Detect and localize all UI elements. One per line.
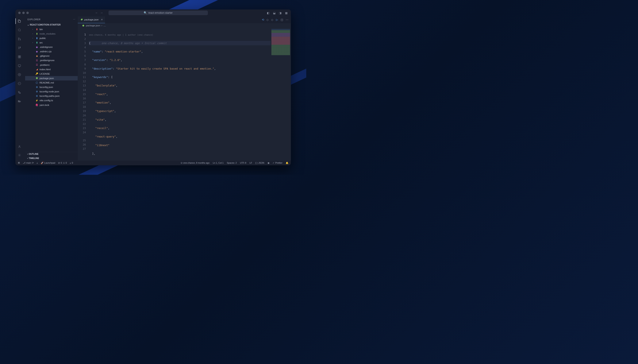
code-editor[interactable]: one-chance, 6 months ago | 1 author (one… xyxy=(89,28,270,160)
vite-icon: ⚡ xyxy=(36,99,38,102)
minimize-window-button[interactable] xyxy=(22,12,25,14)
activity-search[interactable] xyxy=(16,27,21,33)
nav-forward-button[interactable]: → xyxy=(100,11,103,14)
svg-point-21 xyxy=(19,155,20,156)
activity-run-debug[interactable] xyxy=(16,45,21,51)
tree-file-eslintrc[interactable]: ◉ .eslintrc.cjs xyxy=(25,49,78,54)
eslint-icon: ◉ xyxy=(36,46,38,48)
gitlens-compare-icon[interactable]: ◇ xyxy=(266,18,269,22)
close-window-button[interactable] xyxy=(18,12,21,14)
activity-remote[interactable] xyxy=(16,63,21,68)
tree-folder-public[interactable]: › ▮ public xyxy=(25,36,78,40)
gitlens-history-icon[interactable]: ◇ xyxy=(271,18,273,22)
tree-folder-bin[interactable]: › ▮ bin xyxy=(25,27,78,32)
activity-gitlens[interactable] xyxy=(16,72,21,78)
project-folder-header[interactable]: ⌄ REACT-EMOTION-STARTER xyxy=(25,23,78,27)
status-graph[interactable]: ⏚ xyxy=(37,162,38,164)
timeline-section[interactable]: › TIMELINE xyxy=(25,156,78,160)
status-blame[interactable]: ⊙ one-chance, 8 months ago xyxy=(181,162,210,164)
status-remote[interactable]: ⌘ xyxy=(18,162,20,164)
activity-explorer[interactable] xyxy=(16,18,21,24)
tree-file-license[interactable]: 🔑 LICENSE xyxy=(25,72,78,76)
gitlens-toggle-icon[interactable]: ⟲ xyxy=(262,18,264,22)
layout-sidebar-left-icon[interactable]: ◧ xyxy=(266,11,270,14)
run-icon[interactable]: ▷ xyxy=(276,18,278,22)
tree-file-prettierrc[interactable]: ☰ .prettierrc xyxy=(25,63,78,67)
status-bar: ⌘ ⎇ main ⟳ ⏚ 🚀 Launchpad ⊘0 ⚠0 ⏚0 ⊙ one-… xyxy=(16,160,291,165)
close-tab-button[interactable]: ✕ xyxy=(101,18,103,21)
eslint-icon: ◉ xyxy=(36,50,38,53)
maximize-window-button[interactable] xyxy=(26,12,29,14)
tree-folder-src[interactable]: › ▮ src xyxy=(25,40,78,45)
minimap[interactable] xyxy=(271,28,291,160)
chevron-right-icon: › xyxy=(27,157,28,160)
editor-tabs: ⬢ package.json ✕ ⟲ ◇ ◇ ▷ ◫ ⋯ xyxy=(78,16,291,23)
svg-rect-17 xyxy=(20,92,21,94)
tree-file-viteconfig[interactable]: ⚡ vite.config.ts xyxy=(25,98,78,103)
tree-file-yarnlock[interactable]: 🧶 yarn.lock xyxy=(25,103,78,107)
activity-source-control[interactable] xyxy=(16,36,21,42)
status-problems[interactable]: ⊘0 ⚠0 xyxy=(58,162,67,164)
activity-settings[interactable] xyxy=(16,152,21,158)
tree-file-tsconfigpaths[interactable]: ⚙ tsconfig.paths.json xyxy=(25,94,78,98)
split-editor-icon[interactable]: ◫ xyxy=(281,18,283,22)
tab-packagejson[interactable]: ⬢ package.json ✕ xyxy=(78,16,105,23)
svg-rect-7 xyxy=(18,56,19,57)
tree-folder-node-modules[interactable]: › ▮ node_modules xyxy=(25,32,78,36)
codelens-authors[interactable]: one-chance, 6 months ago | 1 author (one… xyxy=(89,33,270,37)
outline-section[interactable]: › OUTLINE xyxy=(25,152,78,156)
tree-file-tsconfig[interactable]: ⚙ tsconfig.json xyxy=(25,85,78,90)
svg-point-6 xyxy=(20,47,21,48)
status-branch[interactable]: ⎇ main ⟳ xyxy=(23,162,34,164)
svg-point-4 xyxy=(18,40,19,40)
layout-panel-icon[interactable]: ⬓ xyxy=(273,11,276,14)
svg-point-13 xyxy=(18,73,21,76)
tree-file-readme[interactable]: ⓘ README.md xyxy=(25,80,78,85)
breadcrumb[interactable]: ⬢ package.json › … xyxy=(78,23,291,28)
nodejs-icon: ⬢ xyxy=(82,24,85,27)
chevron-right-icon: › xyxy=(33,28,35,30)
line-numbers: 1 2345 6789 10111213 14151617 18192021 2… xyxy=(78,28,89,160)
error-icon: ⊘ xyxy=(58,162,60,164)
activity-bar: N› xyxy=(16,16,25,160)
traffic-lights xyxy=(18,12,29,14)
status-notifications[interactable]: 🔔 xyxy=(286,162,288,164)
folder-icon: ▮ xyxy=(36,37,38,40)
status-eol[interactable]: LF xyxy=(250,162,252,164)
status-launchpad[interactable]: 🚀 Launchpad xyxy=(41,162,55,164)
chevron-right-icon: › xyxy=(33,33,35,35)
tree-file-prettierignore[interactable]: ☰ .prettierignore xyxy=(25,58,78,63)
nodejs-icon: ⬢ xyxy=(36,77,38,80)
tree-file-gitignore[interactable]: ◆ .gitignore xyxy=(25,54,78,58)
explorer-sidebar: EXPLORER ⋯ ⌄ REACT-EMOTION-STARTER › ▮ b… xyxy=(25,16,78,160)
status-ports[interactable]: ⏚0 xyxy=(70,162,73,164)
more-actions-icon[interactable]: ⋯ xyxy=(286,18,288,22)
sidebar-more-icon[interactable]: ⋯ xyxy=(73,18,75,21)
svg-point-20 xyxy=(19,146,20,146)
status-cursor-position[interactable]: Ln 1, Col 1 xyxy=(213,162,224,164)
activity-gitlens-inspect[interactable] xyxy=(16,81,21,86)
layout-sidebar-right-icon[interactable]: ◨ xyxy=(279,11,282,14)
status-prettier[interactable]: ✓ Prettier xyxy=(273,162,283,164)
activity-nx-console[interactable]: N› xyxy=(16,98,21,104)
folder-icon: ▮ xyxy=(36,32,38,35)
layout-customize-icon[interactable]: ▦ xyxy=(285,11,288,14)
tree-file-tsconfignode[interactable]: ⚙ tsconfig.node.json xyxy=(25,90,78,94)
status-indentation[interactable]: Spaces: 2 xyxy=(227,162,237,164)
rocket-icon: 🚀 xyxy=(41,162,44,164)
tree-file-indexhtml[interactable]: ◢ index.html xyxy=(25,67,78,72)
activity-extensions[interactable] xyxy=(16,54,21,60)
git-branch-icon: ⎇ xyxy=(23,162,25,164)
status-encoding[interactable]: UTF-8 xyxy=(240,162,246,164)
tree-file-eslintignore[interactable]: ◉ .eslintignore xyxy=(25,45,78,49)
status-language[interactable]: { } JSON xyxy=(255,162,264,164)
nodejs-icon: ⬢ xyxy=(80,18,83,21)
activity-accounts[interactable] xyxy=(16,144,21,150)
tree-file-packagejson[interactable]: ⬢ package.json xyxy=(25,76,78,80)
command-center-search[interactable]: 🔍 react-emotion-starter xyxy=(109,10,208,15)
activity-item-extra-1[interactable] xyxy=(16,90,21,95)
tsconfig-icon: ⚙ xyxy=(36,86,38,88)
nav-back-button[interactable]: ← xyxy=(95,11,98,14)
status-copilot[interactable]: ◉ xyxy=(268,162,269,164)
tsconfig-icon: ⚙ xyxy=(36,90,38,93)
